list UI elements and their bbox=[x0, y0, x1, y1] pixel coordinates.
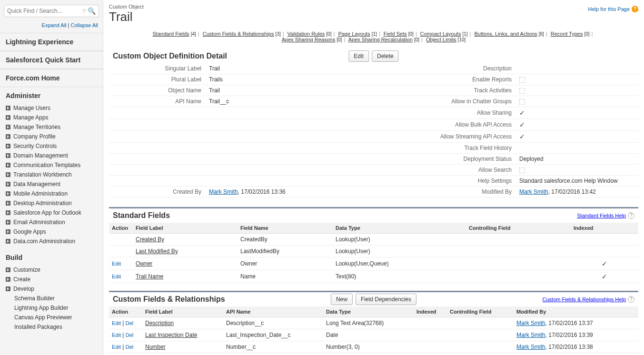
custom-fields-title: Custom Fields & Relationships bbox=[113, 295, 225, 304]
new-field-button[interactable]: New bbox=[331, 294, 353, 305]
setup-sidebar: ? 🔍 Expand All | Collapse All Lightning … bbox=[0, 0, 103, 355]
field-link-created-by[interactable]: Created By bbox=[136, 236, 164, 243]
sidebar-item-security-controls[interactable]: Security Controls bbox=[6, 141, 97, 151]
custom-fields-table: Action Field Label API Name Data Type In… bbox=[109, 306, 638, 353]
nav-page-layouts[interactable]: Page Layouts bbox=[338, 31, 370, 37]
chevron-right-icon bbox=[6, 210, 10, 215]
created-by-user-link[interactable]: Mark Smith bbox=[209, 188, 238, 195]
standard-fields-title: Standard Fields bbox=[113, 211, 170, 220]
table-row: Edit | DelLast Inspection DateLast_Inspe… bbox=[109, 329, 638, 341]
checkmark-icon bbox=[601, 273, 608, 280]
object-detail-table: Singular LabelTrailDescription Plural La… bbox=[109, 63, 638, 197]
field-dependencies-button[interactable]: Field Dependencies bbox=[356, 294, 416, 305]
nav-custom-fields[interactable]: Custom Fields & Relationships bbox=[203, 31, 274, 37]
sidebar-item-datacom-administration[interactable]: Data.com Administration bbox=[6, 237, 97, 246]
edit-link[interactable]: Edit bbox=[112, 332, 121, 338]
edit-link[interactable]: Edit bbox=[112, 261, 121, 266]
search-input[interactable] bbox=[7, 8, 80, 14]
sidebar-item-customize[interactable]: Customize bbox=[6, 265, 97, 275]
nav-apex-sharing-reasons[interactable]: Apex Sharing Reasons bbox=[282, 37, 336, 42]
nav-compact-layouts[interactable]: Compact Layouts bbox=[420, 31, 461, 37]
sidebar-item-company-profile[interactable]: Company Profile bbox=[6, 132, 97, 141]
sidebar-item-forcecom-home[interactable]: Force.com Home bbox=[0, 69, 103, 87]
page-type: Custom Object bbox=[109, 4, 144, 10]
sidebar-item-lightning[interactable]: Lightning Experience bbox=[0, 33, 103, 51]
field-link-description[interactable]: Description bbox=[145, 320, 174, 326]
sidebar-item-schema-builder[interactable]: Schema Builder bbox=[6, 294, 97, 303]
checkbox-checked-icon bbox=[519, 133, 526, 140]
help-for-page-link[interactable]: Help for this Page? bbox=[588, 4, 638, 12]
chevron-right-icon bbox=[6, 182, 10, 187]
build-group: Build Customize Create Develop Schema Bu… bbox=[0, 249, 103, 335]
sidebar-item-lightning-app-builder[interactable]: Lightning App Builder bbox=[6, 303, 97, 313]
sidebar-item-google-apps[interactable]: Google Apps bbox=[6, 227, 97, 237]
edit-link[interactable]: Edit bbox=[112, 274, 121, 279]
table-row: Last Modified ByLastModifiedByLookup(Use… bbox=[109, 246, 638, 257]
sidebar-item-mobile-administration[interactable]: Mobile Administration bbox=[6, 189, 97, 198]
modified-by-user-link[interactable]: Mark Smith bbox=[519, 188, 548, 195]
standard-fields-help-link[interactable]: Standard Fields Help bbox=[577, 213, 626, 218]
nav-buttons-links[interactable]: Buttons, Links, and Actions bbox=[475, 31, 537, 37]
nav-standard-fields[interactable]: Standard Fields bbox=[153, 31, 189, 37]
field-link-owner[interactable]: Owner bbox=[136, 260, 152, 267]
table-row: Edit | DelDescriptionDescription__cLong … bbox=[109, 317, 638, 329]
help-icon: ? bbox=[632, 6, 638, 12]
build-heading: Build bbox=[6, 254, 97, 261]
sidebar-item-manage-territories[interactable]: Manage Territories bbox=[6, 122, 97, 132]
chevron-right-icon bbox=[6, 191, 10, 196]
nav-object-limits[interactable]: Object Limits bbox=[426, 37, 456, 42]
expand-all-link[interactable]: Expand All bbox=[42, 22, 67, 28]
sidebar-item-data-management[interactable]: Data Management bbox=[6, 179, 97, 189]
custom-fields-help-link[interactable]: Custom Fields & Relationships Help bbox=[543, 296, 626, 302]
del-link[interactable]: Del bbox=[126, 332, 134, 338]
sidebar-item-translation-workbench[interactable]: Translation Workbench bbox=[6, 170, 97, 179]
chevron-right-icon bbox=[6, 267, 10, 272]
sidebar-item-manage-apps[interactable]: Manage Apps bbox=[6, 113, 97, 122]
chevron-right-icon bbox=[6, 239, 10, 244]
nav-field-sets[interactable]: Field Sets bbox=[384, 31, 407, 37]
sidebar-item-canvas-previewer[interactable]: Canvas App Previewer bbox=[6, 313, 97, 322]
del-link[interactable]: Del bbox=[126, 320, 134, 326]
checkbox-unchecked-icon bbox=[519, 77, 525, 83]
chevron-right-icon bbox=[6, 144, 10, 148]
field-link-last-inspection[interactable]: Last Inspection Date bbox=[145, 332, 197, 338]
search-icon[interactable]: 🔍 bbox=[88, 7, 96, 15]
sidebar-item-domain-management[interactable]: Domain Management bbox=[6, 151, 97, 160]
sidebar-item-communication-templates[interactable]: Communication Templates bbox=[6, 160, 97, 170]
table-row: EditOwnerOwnerLookup(User,Queue) bbox=[109, 257, 638, 270]
checkbox-unchecked-icon bbox=[519, 88, 525, 94]
field-link-last-modified-by[interactable]: Last Modified By bbox=[136, 248, 178, 255]
sidebar-item-salesforce-outlook[interactable]: Salesforce App for Outlook bbox=[6, 208, 97, 217]
nav-validation-rules[interactable]: Validation Rules bbox=[287, 31, 325, 37]
delete-button[interactable]: Delete bbox=[372, 50, 399, 62]
sidebar-item-develop[interactable]: Develop bbox=[6, 284, 97, 294]
collapse-all-link[interactable]: Collapse All bbox=[71, 22, 98, 28]
table-row: Edit | DelNumberNumber__cNumber(3, 0)Mar… bbox=[109, 341, 638, 353]
edit-link[interactable]: Edit bbox=[112, 320, 121, 326]
modified-by-link[interactable]: Mark Smith bbox=[516, 332, 545, 338]
anchor-nav: Standard Fields [4]| Custom Fields & Rel… bbox=[109, 28, 638, 49]
sidebar-item-manage-users[interactable]: Manage Users bbox=[6, 103, 97, 113]
field-link-number[interactable]: Number bbox=[145, 344, 166, 350]
modified-by-link[interactable]: Mark Smith bbox=[516, 344, 545, 350]
checkbox-unchecked-icon bbox=[519, 168, 525, 173]
sidebar-item-create[interactable]: Create bbox=[6, 275, 97, 284]
table-row: Created ByCreatedByLookup(User) bbox=[109, 234, 638, 246]
sidebar-item-installed-packages[interactable]: Installed Packages bbox=[6, 322, 97, 332]
sidebar-item-sf1-quickstart[interactable]: Salesforce1 Quick Start bbox=[0, 51, 103, 69]
standard-fields-table: Action Field Label Field Name Data Type … bbox=[109, 223, 638, 283]
quick-find-search[interactable]: ? 🔍 bbox=[4, 5, 99, 17]
sidebar-item-email-administration[interactable]: Email Administration bbox=[6, 217, 97, 227]
chevron-right-icon bbox=[6, 172, 10, 177]
field-link-trail-name[interactable]: Trail Name bbox=[136, 273, 163, 280]
checkbox-checked-icon bbox=[519, 109, 526, 117]
nav-record-types[interactable]: Record Types bbox=[551, 31, 583, 37]
chevron-right-icon bbox=[6, 153, 10, 158]
modified-by-link[interactable]: Mark Smith bbox=[516, 320, 545, 326]
del-link[interactable]: Del bbox=[126, 344, 134, 350]
edit-button[interactable]: Edit bbox=[348, 50, 369, 62]
nav-apex-sharing-recalc[interactable]: Apex Sharing Recalculation bbox=[348, 37, 413, 42]
sidebar-item-desktop-administration[interactable]: Desktop Administration bbox=[6, 198, 97, 208]
chevron-right-icon bbox=[6, 229, 10, 234]
edit-link[interactable]: Edit bbox=[112, 344, 121, 350]
